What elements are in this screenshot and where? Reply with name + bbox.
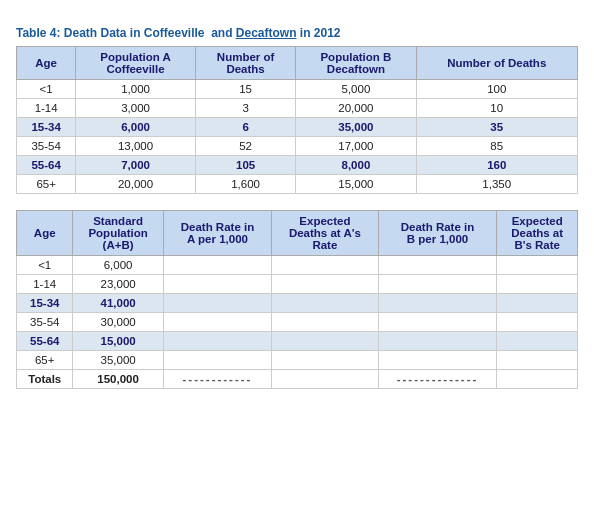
table-cell: 65+ [17, 175, 76, 194]
table-cell: 13,000 [76, 137, 196, 156]
table-cell: 1,350 [416, 175, 577, 194]
table-cell: 15-34 [17, 118, 76, 137]
table-cell: 35,000 [296, 118, 416, 137]
table-row: Totals150,000-------------------------- [17, 370, 578, 389]
table-row: 15-3441,000 [17, 294, 578, 313]
table-cell [497, 332, 578, 351]
table-cell: 1-14 [17, 99, 76, 118]
table-cell [272, 370, 378, 389]
table-cell: 6,000 [73, 256, 163, 275]
table-cell [272, 351, 378, 370]
table-cell: 35 [416, 118, 577, 137]
table-cell [497, 370, 578, 389]
table-cell [272, 332, 378, 351]
table-cell: 105 [195, 156, 295, 175]
table-cell [272, 256, 378, 275]
table-cell [163, 275, 271, 294]
table4-section: Table 4: Death Data in Coffeeville and D… [16, 26, 578, 194]
table-cell [378, 332, 497, 351]
t5-header-expB: ExpectedDeaths atB's Rate [497, 211, 578, 256]
table-cell: 5,000 [296, 80, 416, 99]
t5-header-age: Age [17, 211, 73, 256]
table-cell [163, 332, 271, 351]
table-cell [163, 313, 271, 332]
table-row: 1-1423,000 [17, 275, 578, 294]
table-row: 65+20,0001,60015,0001,350 [17, 175, 578, 194]
t4-header-popA: Population ACoffeeville [76, 47, 196, 80]
t5-header-drA: Death Rate inA per 1,000 [163, 211, 271, 256]
table-cell: 65+ [17, 351, 73, 370]
table-cell: 15 [195, 80, 295, 99]
table-cell [378, 351, 497, 370]
table-cell [163, 294, 271, 313]
table-cell: 7,000 [76, 156, 196, 175]
table-cell [272, 313, 378, 332]
table-row: 55-647,0001058,000160 [17, 156, 578, 175]
table-cell: 1,600 [195, 175, 295, 194]
table-cell: 30,000 [73, 313, 163, 332]
table5-section: Age StandardPopulation(A+B) Death Rate i… [16, 210, 578, 389]
t4-header-age: Age [17, 47, 76, 80]
table-cell: 6,000 [76, 118, 196, 137]
t5-header-stdpop: StandardPopulation(A+B) [73, 211, 163, 256]
table-cell: 15,000 [73, 332, 163, 351]
table-cell [163, 256, 271, 275]
table-cell: 35,000 [73, 351, 163, 370]
table-cell: <1 [17, 256, 73, 275]
decaftown-label: Decaftown [236, 26, 297, 40]
table-cell: 3 [195, 99, 295, 118]
table-cell [497, 256, 578, 275]
table-cell: 52 [195, 137, 295, 156]
table4-title: Table 4: Death Data in Coffeeville and D… [16, 26, 578, 40]
table-cell: 55-64 [17, 156, 76, 175]
table-row: 55-6415,000 [17, 332, 578, 351]
table-cell: 8,000 [296, 156, 416, 175]
table-row: 15-346,000635,00035 [17, 118, 578, 137]
table-cell: 3,000 [76, 99, 196, 118]
table-cell [272, 275, 378, 294]
table-cell: 1-14 [17, 275, 73, 294]
table-row: 35-5413,0005217,00085 [17, 137, 578, 156]
table-cell: 35-54 [17, 313, 73, 332]
table-cell: 1,000 [76, 80, 196, 99]
table-cell [497, 275, 578, 294]
table-cell: -------------- [378, 370, 497, 389]
table-cell: <1 [17, 80, 76, 99]
table-cell [163, 351, 271, 370]
table-cell [272, 294, 378, 313]
table-cell: ------------ [163, 370, 271, 389]
table-cell: 23,000 [73, 275, 163, 294]
table-cell: 15-34 [17, 294, 73, 313]
table-cell: 20,000 [76, 175, 196, 194]
table-row: 1-143,000320,00010 [17, 99, 578, 118]
t5-header-expA: ExpectedDeaths at A'sRate [272, 211, 378, 256]
table-cell: 160 [416, 156, 577, 175]
table-cell: 17,000 [296, 137, 416, 156]
table-cell: Totals [17, 370, 73, 389]
table-row: 65+35,000 [17, 351, 578, 370]
table-row: <16,000 [17, 256, 578, 275]
table-cell: 10 [416, 99, 577, 118]
t4-header-deathsA: Number ofDeaths [195, 47, 295, 80]
t4-header-popB: Population BDecaftown [296, 47, 416, 80]
table-cell [378, 275, 497, 294]
table-cell: 85 [416, 137, 577, 156]
t5-header-drB: Death Rate inB per 1,000 [378, 211, 497, 256]
table-cell: 100 [416, 80, 577, 99]
table-row: <11,000155,000100 [17, 80, 578, 99]
table-cell: 150,000 [73, 370, 163, 389]
table-cell [497, 294, 578, 313]
table-cell [378, 294, 497, 313]
table-row: 35-5430,000 [17, 313, 578, 332]
table-cell: 41,000 [73, 294, 163, 313]
table-cell [378, 313, 497, 332]
table4: Age Population ACoffeeville Number ofDea… [16, 46, 578, 194]
t4-header-deathsB: Number of Deaths [416, 47, 577, 80]
table5: Age StandardPopulation(A+B) Death Rate i… [16, 210, 578, 389]
table-cell [497, 351, 578, 370]
table-cell [497, 313, 578, 332]
table-cell: 6 [195, 118, 295, 137]
table-cell: 35-54 [17, 137, 76, 156]
table-cell: 15,000 [296, 175, 416, 194]
table-cell [378, 256, 497, 275]
